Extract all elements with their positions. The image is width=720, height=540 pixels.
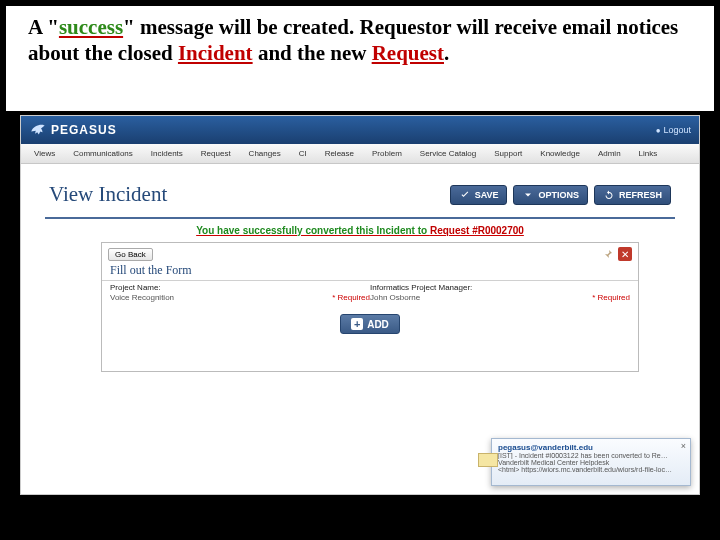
header-buttons: SAVE OPTIONS REFRESH — [450, 185, 671, 205]
field-project-manager: Informatics Project Manager: John Osborn… — [370, 283, 630, 302]
plus-icon: + — [351, 318, 363, 330]
page-header: View Incident SAVE OPTIONS REFRESH — [21, 164, 699, 213]
request-word: Request — [372, 41, 444, 65]
close-icon[interactable]: ✕ — [618, 247, 632, 261]
toast-line: <html> https://wiors.mc.vanderbilt.edu/w… — [498, 466, 684, 473]
toast-close-icon[interactable]: × — [681, 441, 686, 451]
check-icon — [459, 189, 471, 201]
field-label: Project Name: — [110, 283, 370, 292]
field-label: Informatics Project Manager: — [370, 283, 630, 292]
refresh-icon — [603, 189, 615, 201]
field-value: John Osborne — [370, 293, 586, 302]
app-logo: PEGASUS — [29, 121, 117, 139]
required-marker: Required — [332, 293, 370, 302]
success-message: You have successfully converted this Inc… — [21, 219, 699, 240]
menu-request[interactable]: Request — [192, 149, 240, 158]
app-header: PEGASUS Logout — [21, 116, 699, 144]
slide-caption: A "success" message will be created. Req… — [0, 0, 720, 77]
app-window: PEGASUS Logout Views Communications Inci… — [20, 115, 700, 495]
envelope-icon — [478, 453, 498, 467]
page-title: View Incident — [49, 182, 167, 207]
brand-text: PEGASUS — [51, 123, 117, 137]
menu-knowledge[interactable]: Knowledge — [531, 149, 589, 158]
incident-word: Incident — [178, 41, 253, 65]
menu-communications[interactable]: Communications — [64, 149, 142, 158]
menu-bar: Views Communications Incidents Request C… — [21, 144, 699, 164]
success-word: success — [59, 15, 123, 39]
options-button[interactable]: OPTIONS — [513, 185, 588, 205]
required-marker: Required — [592, 293, 630, 302]
menu-links[interactable]: Links — [630, 149, 667, 158]
menu-changes[interactable]: Changes — [240, 149, 290, 158]
menu-views[interactable]: Views — [25, 149, 64, 158]
add-button[interactable]: + ADD — [340, 314, 400, 334]
menu-incidents[interactable]: Incidents — [142, 149, 192, 158]
menu-release[interactable]: Release — [316, 149, 363, 158]
field-value: Voice Recognition — [110, 293, 326, 302]
caption-text: . — [444, 41, 449, 65]
toast-from: pegasus@vanderbilt.edu — [498, 443, 684, 452]
menu-admin[interactable]: Admin — [589, 149, 630, 158]
caption-text: A " — [28, 15, 59, 39]
save-button[interactable]: SAVE — [450, 185, 508, 205]
refresh-button[interactable]: REFRESH — [594, 185, 671, 205]
field-project-name: Project Name: Voice Recognition Required — [110, 283, 370, 302]
request-number: Request #R0002700 — [430, 225, 524, 236]
toast-subject: [IST] - Incident #I0003122 has been conv… — [498, 452, 684, 459]
chevron-down-icon — [522, 189, 534, 201]
menu-service-catalog[interactable]: Service Catalog — [411, 149, 485, 158]
menu-problem[interactable]: Problem — [363, 149, 411, 158]
form-card: Go Back ✕ Fill out the Form Project Name… — [101, 242, 639, 372]
logout-link[interactable]: Logout — [656, 125, 691, 135]
form-title: Fill out the Form — [102, 263, 638, 281]
pegasus-icon — [29, 121, 47, 139]
pin-icon[interactable] — [602, 248, 614, 260]
menu-support[interactable]: Support — [485, 149, 531, 158]
caption-text: and the new — [253, 41, 372, 65]
menu-ci[interactable]: CI — [290, 149, 316, 158]
toast-line: Vanderbilt Medical Center Helpdesk — [498, 459, 684, 466]
email-toast[interactable]: × pegasus@vanderbilt.edu [IST] - Inciden… — [491, 438, 691, 486]
go-back-button[interactable]: Go Back — [108, 248, 153, 261]
